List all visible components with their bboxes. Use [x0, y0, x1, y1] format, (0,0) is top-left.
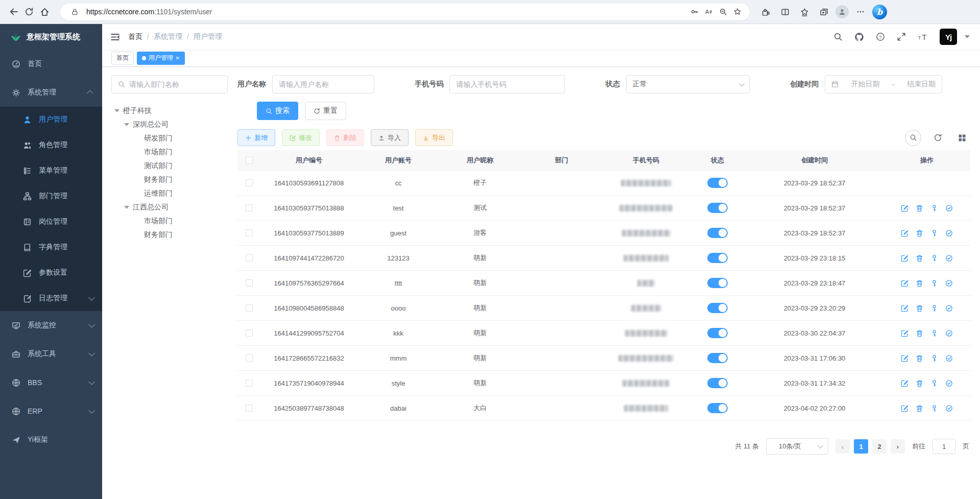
- status-toggle[interactable]: [707, 228, 728, 238]
- delete-icon[interactable]: [916, 405, 923, 412]
- modify-button[interactable]: 修改: [282, 129, 320, 146]
- assign-role-icon[interactable]: [945, 405, 953, 412]
- delete-icon[interactable]: [916, 254, 923, 262]
- more-icon[interactable]: [853, 4, 868, 19]
- back-icon[interactable]: [6, 4, 21, 19]
- sidebar-item-system-mgmt[interactable]: 系统管理: [0, 78, 102, 107]
- edit-icon[interactable]: [901, 229, 909, 237]
- tree-expand-icon[interactable]: [114, 109, 119, 112]
- reset-password-icon[interactable]: [930, 254, 938, 262]
- row-checkbox[interactable]: [246, 405, 253, 412]
- zoom-icon[interactable]: [716, 5, 730, 19]
- delete-icon[interactable]: [916, 329, 923, 337]
- font-size-icon[interactable]: тT: [918, 32, 928, 41]
- help-icon[interactable]: ?: [876, 32, 885, 41]
- status-toggle[interactable]: [707, 203, 728, 213]
- assign-role-icon[interactable]: [945, 204, 953, 212]
- assign-role-icon[interactable]: [945, 304, 953, 312]
- sidebar-item-system-monitor[interactable]: 系统监控: [0, 311, 102, 340]
- read-aloud-icon[interactable]: A: [702, 5, 716, 19]
- status-toggle[interactable]: [707, 378, 728, 388]
- status-toggle[interactable]: [707, 303, 728, 313]
- tree-node[interactable]: 研发部门: [111, 131, 228, 145]
- reset-password-icon[interactable]: [930, 329, 938, 337]
- status-toggle[interactable]: [707, 353, 728, 363]
- breadcrumb-home[interactable]: 首页: [128, 32, 142, 41]
- user-avatar[interactable]: Yj: [940, 29, 957, 45]
- reset-password-icon[interactable]: [930, 379, 938, 387]
- sidebar-item-role-mgmt[interactable]: 角色管理: [0, 132, 102, 158]
- import-button[interactable]: 导入: [371, 129, 409, 146]
- edit-icon[interactable]: [901, 254, 909, 262]
- status-toggle[interactable]: [707, 178, 728, 188]
- row-checkbox[interactable]: [246, 304, 253, 312]
- home-icon[interactable]: [37, 4, 52, 19]
- assign-role-icon[interactable]: [945, 354, 953, 362]
- sidebar-item-bbs[interactable]: BBS: [0, 368, 102, 397]
- tree-node[interactable]: 江西总公司: [111, 200, 228, 214]
- status-toggle[interactable]: [707, 403, 728, 413]
- reset-password-icon[interactable]: [930, 354, 938, 362]
- row-checkbox[interactable]: [246, 354, 253, 362]
- sidebar-item-dept-mgmt[interactable]: 部门管理: [0, 183, 102, 209]
- dept-search-input[interactable]: [129, 80, 221, 88]
- profile-icon[interactable]: [835, 5, 849, 18]
- tree-node[interactable]: 财务部门: [111, 173, 228, 186]
- prev-page-button[interactable]: ‹: [835, 439, 850, 454]
- sidebar-item-post-mgmt[interactable]: 岗位管理: [0, 209, 102, 234]
- reset-button[interactable]: 重置: [305, 102, 346, 120]
- sidebar-item-menu-mgmt[interactable]: 菜单管理: [0, 158, 102, 183]
- phone-input[interactable]: [456, 80, 558, 88]
- split-screen-icon[interactable]: [777, 4, 793, 19]
- status-toggle[interactable]: [707, 253, 728, 263]
- sidebar-item-dict-mgmt[interactable]: 字典管理: [0, 234, 102, 260]
- assign-role-icon[interactable]: [945, 329, 953, 337]
- goto-page-input[interactable]: [933, 439, 955, 454]
- reset-password-icon[interactable]: [930, 405, 938, 412]
- collections-icon[interactable]: [816, 4, 831, 19]
- status-toggle[interactable]: [707, 278, 728, 288]
- edit-icon[interactable]: [901, 379, 909, 387]
- row-checkbox[interactable]: [246, 379, 253, 387]
- date-range-picker[interactable]: 开始日期 - 结束日期: [825, 75, 942, 93]
- reset-password-icon[interactable]: [930, 229, 938, 237]
- refresh-icon[interactable]: [21, 4, 37, 19]
- tab-user-mgmt[interactable]: 用户管理 ×: [137, 52, 185, 65]
- tree-node[interactable]: 深圳总公司: [111, 117, 228, 131]
- edit-icon[interactable]: [901, 304, 909, 312]
- assign-role-icon[interactable]: [945, 229, 953, 237]
- bing-icon[interactable]: b: [872, 5, 887, 19]
- favorites-icon[interactable]: [797, 4, 812, 19]
- page-button-1[interactable]: 1: [854, 439, 868, 454]
- github-icon[interactable]: [854, 32, 864, 42]
- close-icon[interactable]: ×: [176, 55, 180, 61]
- search-icon[interactable]: [833, 32, 843, 41]
- tree-node[interactable]: 运维部门: [111, 186, 228, 200]
- search-toggle-icon[interactable]: [905, 130, 921, 146]
- delete-icon[interactable]: [916, 279, 923, 287]
- tree-expand-icon[interactable]: [124, 123, 129, 126]
- delete-icon[interactable]: [916, 379, 923, 387]
- tree-node[interactable]: 财务部门: [111, 228, 228, 242]
- search-button[interactable]: 搜索: [257, 102, 298, 120]
- sidebar-item-erp[interactable]: ERP: [0, 397, 102, 425]
- add-button[interactable]: 新增: [237, 129, 275, 146]
- sidebar-item-param-settings[interactable]: 参数设置: [0, 260, 102, 286]
- fullscreen-icon[interactable]: [897, 32, 906, 41]
- status-toggle[interactable]: [707, 328, 728, 338]
- tree-node[interactable]: 市场部门: [111, 145, 228, 159]
- delete-icon[interactable]: [916, 354, 923, 362]
- favorite-add-icon[interactable]: [730, 5, 745, 19]
- refresh-icon[interactable]: [929, 130, 946, 146]
- page-size-select[interactable]: 10条/页: [766, 438, 828, 455]
- delete-button[interactable]: 删除: [326, 129, 364, 146]
- assign-role-icon[interactable]: [945, 379, 953, 387]
- row-checkbox[interactable]: [246, 279, 253, 287]
- edit-icon[interactable]: [901, 279, 909, 287]
- row-checkbox[interactable]: [246, 204, 253, 211]
- sidebar-item-log-mgmt[interactable]: 日志管理: [0, 286, 102, 311]
- tree-expand-icon[interactable]: [124, 206, 129, 209]
- tree-node[interactable]: 橙子科技: [111, 104, 228, 117]
- caret-down-icon[interactable]: [965, 35, 970, 38]
- reset-password-icon[interactable]: [930, 304, 938, 312]
